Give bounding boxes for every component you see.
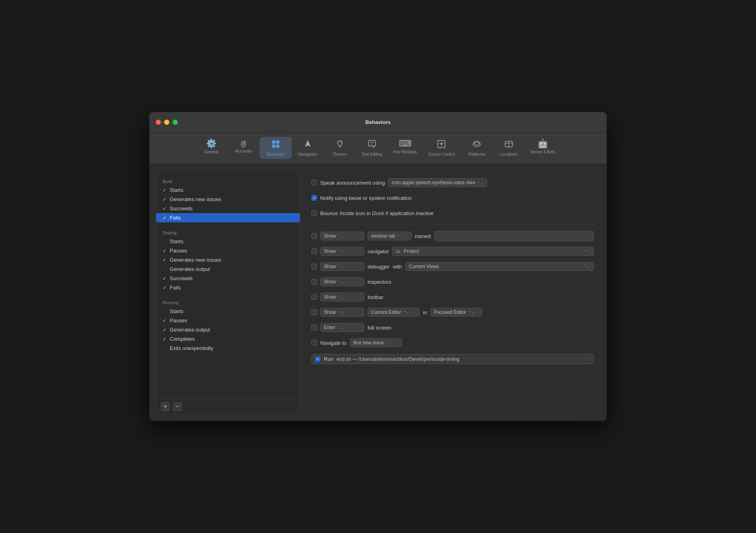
dropdown-inspectors-verb-arrow: ⌃⌄	[337, 280, 344, 284]
checkbox-show-editor[interactable]	[311, 309, 317, 315]
dropdown-debugger-views[interactable]: Current Views ⌃⌄	[405, 262, 594, 271]
checkbox-run[interactable]	[315, 356, 321, 362]
dropdown-current-editor-value: Current Editor	[371, 309, 401, 315]
checkbox-navigate[interactable]	[311, 340, 317, 346]
dropdown-editor-verb-arrow: ⌃⌄	[337, 310, 344, 315]
dropdown-current-editor[interactable]: Current Editor ⌃⌄	[368, 308, 420, 317]
sidebar-item-build-succeeds-label: Succeeds	[170, 205, 193, 212]
tab-themes[interactable]: Themes	[324, 137, 356, 159]
sidebar: Build ✓ Starts ✓ Generates new issues ✓ …	[156, 171, 300, 415]
preferences-window: Behaviors ⚙️ General @ Accounts Behavior…	[149, 112, 607, 421]
sidebar-item-running-pauses[interactable]: ✓ Pauses	[156, 316, 300, 325]
checkbox-show-toolbar[interactable]	[311, 294, 317, 300]
close-button[interactable]	[156, 120, 161, 125]
checkbox-speak[interactable]	[311, 180, 317, 185]
sidebar-item-running-output-label: Generates output	[170, 327, 210, 333]
check-build-fails: ✓	[163, 215, 168, 221]
sidebar-item-running-starts[interactable]: Starts	[156, 307, 300, 316]
add-behavior-button[interactable]: +	[161, 402, 170, 411]
checkbox-notify[interactable]	[311, 195, 317, 201]
titlebar: Behaviors	[149, 112, 607, 133]
row-bounce: Bounce Xcode icon in Dock if application…	[311, 208, 594, 219]
sidebar-item-testing-starts[interactable]: Starts	[156, 237, 300, 246]
text-editing-icon	[367, 139, 377, 151]
dropdown-navigator-verb[interactable]: Show ⌃⌄	[320, 247, 364, 256]
check-running-output: ✓	[163, 327, 168, 333]
sidebar-item-build-succeeds[interactable]: ✓ Succeeds	[156, 204, 300, 213]
sidebar-item-testing-output[interactable]: Generates output	[156, 264, 300, 274]
sidebar-item-running-exits[interactable]: Exits unexpectedly	[156, 344, 300, 353]
checkbox-show-debugger[interactable]	[311, 264, 317, 269]
tab-accounts[interactable]: @ Accounts	[228, 137, 260, 159]
tab-navigation-label: Navigation	[298, 152, 317, 157]
dropdown-debugger-verb[interactable]: Show ⌃⌄	[320, 262, 364, 271]
label-notify: Notify using bezel or system notificatio…	[320, 195, 412, 201]
dropdown-debugger-views-arrow: ⌃⌄	[584, 264, 590, 269]
dropdown-fullscreen-verb[interactable]: Enter ⌃⌄	[320, 323, 364, 332]
dropdown-run-script[interactable]: end.sh — /Users/artemnovichkov/Developer…	[337, 356, 590, 362]
dropdown-voice-value: com.apple.speech.synthesis.voice.Alex	[392, 180, 476, 185]
sidebar-list: Build ✓ Starts ✓ Generates new issues ✓ …	[156, 171, 300, 399]
sidebar-item-build-fails[interactable]: ✓ Fails	[156, 213, 300, 222]
dropdown-inspectors-verb-value: Show	[324, 279, 336, 285]
dropdown-voice[interactable]: com.apple.speech.synthesis.voice.Alex ⌃⌄	[388, 178, 487, 187]
checkbox-show-navigator[interactable]	[311, 248, 317, 254]
server-bots-icon: 🤖	[537, 139, 548, 148]
tab-text-editing-label: Text Editing	[362, 152, 382, 157]
checkbox-fullscreen[interactable]	[311, 325, 317, 330]
sidebar-item-running-completes[interactable]: ✓ Completes	[156, 334, 300, 344]
tab-key-bindings[interactable]: ⌨ Key Bindings	[388, 137, 423, 159]
check-testing-generates: ✓	[163, 257, 168, 263]
tab-text-editing[interactable]: Text Editing	[356, 137, 388, 159]
input-tab-name[interactable]	[434, 231, 594, 241]
dropdown-window-tab[interactable]: window tab ⌃⌄	[368, 232, 412, 240]
row-show-debugger: Show ⌃⌄ debugger with Current Views ⌃⌄	[311, 261, 594, 272]
checkbox-show-tab[interactable]	[311, 233, 317, 239]
platforms-icon	[472, 139, 482, 151]
row-fullscreen: Enter ⌃⌄ full screen	[311, 322, 594, 333]
dropdown-navigator-value[interactable]: 🗂 Project ⌃⌄	[392, 247, 594, 256]
sidebar-item-running-output[interactable]: ✓ Generates output	[156, 325, 300, 334]
sidebar-item-build-generates[interactable]: ✓ Generates new issues	[156, 195, 300, 204]
label-speak: Speak announcement using	[320, 180, 385, 186]
dropdown-navigator-project-value: Project	[404, 248, 419, 254]
sidebar-item-build-starts[interactable]: ✓ Starts	[156, 185, 300, 195]
checkbox-bounce[interactable]	[311, 210, 317, 216]
dropdown-editor-verb[interactable]: Show ⌃⌄	[320, 308, 364, 317]
sidebar-item-testing-generates-label: Generates new issues	[170, 257, 222, 263]
tab-navigation[interactable]: Navigation	[292, 137, 324, 159]
tab-general[interactable]: ⚙️ General	[195, 137, 228, 159]
tab-general-label: General	[204, 150, 219, 154]
sidebar-item-testing-pauses[interactable]: ✓ Pauses	[156, 246, 300, 255]
dropdown-toolbar-verb-value: Show	[324, 294, 336, 300]
label-navigator: navigator	[368, 248, 389, 254]
tab-behaviors[interactable]: Behaviors	[260, 137, 292, 159]
row-show-toolbar: Show ⌃⌄ toolbar	[311, 291, 594, 303]
tab-platforms[interactable]: Platforms	[461, 137, 493, 159]
sidebar-item-testing-succeeds[interactable]: ✓ Succeeds	[156, 274, 300, 283]
dropdown-show-tab-verb[interactable]: Show ⌃⌄	[320, 232, 364, 240]
sidebar-item-running-completes-label: Completes	[170, 336, 195, 342]
dropdown-navigator-arrow: ⌃⌄	[584, 249, 590, 254]
dropdown-toolbar-verb-arrow: ⌃⌄	[337, 295, 344, 299]
dropdown-window-tab-value: window tab	[371, 233, 395, 239]
dropdown-inspectors-verb[interactable]: Show ⌃⌄	[320, 277, 364, 286]
tab-themes-label: Themes	[333, 152, 347, 157]
remove-behavior-button[interactable]: −	[173, 402, 182, 411]
maximize-button[interactable]	[173, 120, 178, 125]
sidebar-item-testing-fails[interactable]: ✓ Fails	[156, 283, 300, 292]
tab-locations[interactable]: Locations	[493, 137, 525, 159]
check-testing-succeeds: ✓	[163, 276, 168, 281]
sidebar-item-testing-generates[interactable]: ✓ Generates new issues	[156, 255, 300, 264]
dropdown-focused-editor[interactable]: Focused Editor ⌃⌄	[430, 308, 482, 317]
row-notify: Notify using bezel or system notificatio…	[311, 192, 594, 203]
tab-server-bots[interactable]: 🤖 Server & Bots	[525, 137, 561, 159]
minimize-button[interactable]	[164, 120, 169, 125]
dropdown-debugger-views-value: Current Views	[409, 264, 439, 269]
checkbox-show-inspectors[interactable]	[311, 279, 317, 285]
dropdown-navigate-to[interactable]: first new issue ⌃⌄	[350, 338, 402, 347]
tab-source-control[interactable]: Source Control	[423, 137, 461, 159]
sidebar-item-running-exits-label: Exits unexpectedly	[170, 345, 213, 351]
dropdown-toolbar-verb[interactable]: Show ⌃⌄	[320, 293, 364, 301]
folder-icon: 🗂	[396, 248, 400, 254]
